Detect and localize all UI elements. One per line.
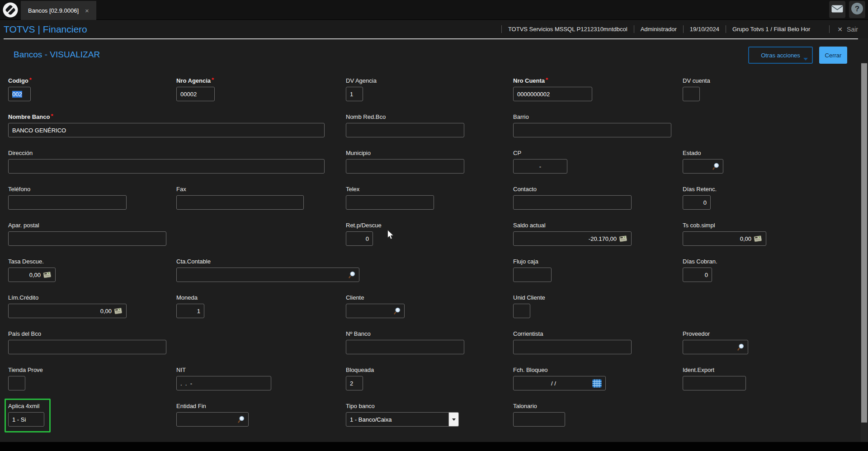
field-talonario: Talonario — [513, 403, 565, 427]
municipio-input[interactable] — [346, 159, 464, 174]
cliente-input-group — [346, 304, 405, 318]
dv-cuenta-label: DV cuenta — [683, 77, 700, 85]
tienda-prove-input-group — [8, 376, 25, 390]
corrientista-input[interactable] — [513, 340, 632, 354]
magnifier-icon[interactable] — [712, 163, 719, 170]
calculator-icon[interactable] — [114, 308, 123, 315]
codigo-value: 002 — [12, 91, 27, 98]
saldo-actual-input-group: -20.170,00 — [513, 231, 632, 246]
field-cta-contable: Cta.Contable — [176, 258, 359, 282]
cta-contable-input[interactable] — [176, 268, 359, 282]
proveedor-input[interactable] — [683, 340, 748, 354]
codigo-input[interactable]: 002 — [8, 87, 31, 101]
tasa-descue-input[interactable]: 0,00 — [8, 268, 56, 282]
field-fch-bloqueo: Fch. Bloqueo/ / — [513, 366, 606, 390]
cp-input[interactable]: - — [513, 159, 567, 174]
lim-credito-input-group: 0,00 — [8, 304, 127, 318]
nombre-banco-input[interactable]: BANCO GENÉRICO — [8, 123, 325, 137]
telex-input[interactable] — [346, 195, 434, 210]
nit-input[interactable]: . . - — [176, 376, 271, 390]
saldo-actual-label: Saldo actual — [513, 222, 632, 229]
unid-cliente-input[interactable] — [513, 304, 530, 318]
pais-del-bco-input[interactable] — [8, 340, 166, 354]
scrollbar-thumb[interactable] — [861, 63, 867, 423]
field-nro-agencia: Nro Agencia*00002 — [176, 77, 215, 101]
contacto-label: Contacto — [513, 186, 632, 193]
magnifier-icon[interactable] — [737, 343, 744, 351]
apar-postal-input-group — [8, 231, 166, 246]
cliente-input[interactable] — [346, 304, 405, 318]
field-dv-cuenta: DV cuenta — [683, 77, 700, 101]
n-banco-input[interactable] — [346, 340, 464, 354]
dias-cobran-input[interactable]: 0 — [683, 268, 712, 282]
calculator-icon[interactable] — [619, 235, 627, 242]
scrollbar[interactable] — [861, 62, 868, 442]
fax-input[interactable] — [176, 195, 304, 210]
aplica-4xmil-input[interactable]: 1 - Si — [8, 412, 44, 427]
nomb-red-bco-input[interactable] — [346, 123, 464, 137]
municipio-label: Municipio — [346, 150, 464, 157]
nro-cuenta-input[interactable]: 0000000002 — [513, 87, 592, 101]
moneda-input-group: 1 — [176, 304, 204, 318]
tipo-banco-dropdown-button[interactable] — [449, 412, 459, 427]
entidad-fin-input[interactable] — [176, 412, 249, 427]
cta-contable-label: Cta.Contable — [176, 258, 359, 265]
corrientista-input-group — [513, 340, 632, 354]
apar-postal-input[interactable] — [8, 231, 166, 246]
fax-input-group — [176, 195, 304, 210]
field-telefono: Teléfono — [8, 186, 127, 210]
form-grid: Codigo*002Nro Agencia*00002DV Agencia1Nr… — [0, 0, 868, 451]
moneda-input[interactable]: 1 — [176, 304, 204, 318]
calculator-icon[interactable] — [754, 235, 762, 242]
calculator-icon[interactable] — [43, 272, 52, 278]
contacto-input[interactable] — [513, 195, 632, 210]
magnifier-icon[interactable] — [394, 307, 401, 315]
ret-p-descue-input[interactable]: 0 — [346, 231, 373, 246]
dias-retenc-input[interactable]: 0 — [683, 195, 711, 210]
tienda-prove-input[interactable] — [8, 376, 25, 390]
saldo-actual-input[interactable]: -20.170,00 — [513, 231, 632, 246]
direccion-input[interactable] — [8, 159, 325, 174]
dv-agencia-input-group: 1 — [346, 87, 363, 101]
barrio-input[interactable] — [513, 123, 671, 137]
fch-bloqueo-label: Fch. Bloqueo — [513, 366, 606, 374]
field-flujo-caja: Flujo caja — [513, 258, 552, 282]
required-asterisk: * — [212, 76, 214, 83]
tienda-prove-label: Tienda Prove — [8, 366, 25, 374]
fch-bloqueo-value: / / — [517, 380, 590, 387]
field-nro-cuenta: Nro Cuenta*0000000002 — [513, 77, 592, 101]
dias-retenc-label: Días Retenc. — [683, 186, 711, 193]
ts-cob-simpl-label: Ts cob.simpl — [683, 222, 766, 229]
field-tasa-descue: Tasa Descue.0,00 — [8, 258, 56, 282]
flujo-caja-input[interactable] — [513, 268, 552, 282]
field-dias-retenc: Días Retenc.0 — [683, 186, 711, 210]
cliente-label: Cliente — [346, 294, 405, 301]
nomb-red-bco-label: Nomb Red.Bco — [346, 113, 464, 121]
moneda-value: 1 — [180, 308, 200, 315]
dias-cobran-value: 0 — [687, 272, 708, 278]
magnifier-icon[interactable] — [349, 271, 355, 278]
cp-value: - — [517, 163, 563, 170]
bloqueada-input[interactable]: 2 — [346, 376, 363, 390]
magnifier-icon[interactable] — [238, 416, 245, 423]
dv-agencia-input[interactable]: 1 — [346, 87, 363, 101]
field-proveedor: Proveedor — [683, 330, 748, 354]
talonario-input[interactable] — [513, 412, 565, 427]
nro-agencia-input[interactable]: 00002 — [176, 87, 215, 101]
lim-credito-input[interactable]: 0,00 — [8, 304, 127, 318]
cp-input-group: - — [513, 159, 567, 174]
field-nomb-red-bco: Nomb Red.Bco — [346, 113, 464, 137]
telefono-input[interactable] — [8, 195, 127, 210]
barrio-input-group — [513, 123, 671, 137]
nro-cuenta-input-group: 0000000002 — [513, 87, 592, 101]
tipo-banco-input[interactable]: 1 - Banco/Caixa — [346, 412, 449, 427]
municipio-input-group — [346, 159, 464, 174]
dv-cuenta-input[interactable] — [683, 87, 700, 101]
ident-export-input[interactable] — [683, 376, 746, 390]
field-contacto: Contacto — [513, 186, 632, 210]
estado-input[interactable] — [683, 159, 723, 174]
barrio-label: Barrio — [513, 113, 671, 121]
calendar-icon[interactable] — [592, 379, 602, 388]
fch-bloqueo-input[interactable]: / / — [513, 376, 606, 390]
ts-cob-simpl-input[interactable]: 0,00 — [683, 231, 766, 246]
